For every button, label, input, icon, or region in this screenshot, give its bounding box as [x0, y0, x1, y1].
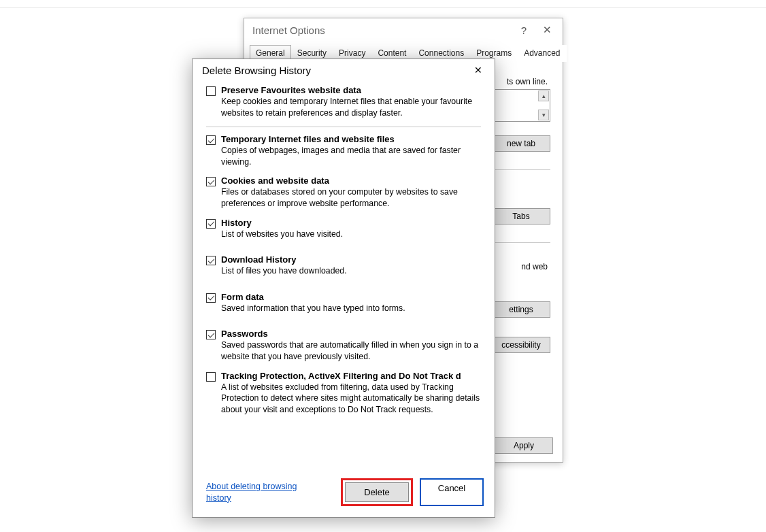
dbh-label: History: [221, 218, 343, 228]
divider: [206, 127, 481, 127]
io-tabs-button[interactable]: Tabs: [492, 208, 550, 225]
io-settings-button[interactable]: ettings: [492, 301, 550, 318]
scroll-down-icon[interactable]: ▾: [538, 110, 549, 120]
dbh-item-form-data: Form data Saved information that you hav…: [206, 292, 481, 314]
io-titlebar[interactable]: Internet Options ? ✕: [244, 18, 563, 41]
dbh-desc: Copies of webpages, images and media tha…: [221, 145, 481, 167]
io-bottom-buttons: Apply: [495, 437, 553, 454]
delete-button[interactable]: Delete: [345, 482, 409, 502]
checkbox-passwords[interactable]: [206, 330, 216, 339]
dbh-item-download-history: Download History List of files you have …: [206, 254, 481, 277]
dbh-label: Preserve Favourites website data: [221, 85, 481, 95]
dbh-title: Delete Browsing History: [202, 65, 467, 76]
close-icon[interactable]: ✕: [467, 61, 489, 80]
tab-advanced[interactable]: Advanced: [518, 45, 566, 62]
dbh-body: Preserve Favourites website data Keep co…: [193, 81, 495, 473]
page-divider: [0, 7, 766, 8]
dbh-item-temp-files: Temporary Internet files and website fil…: [206, 134, 481, 167]
dbh-titlebar[interactable]: Delete Browsing History ✕: [193, 59, 495, 81]
checkbox-history[interactable]: [206, 219, 216, 229]
about-deleting-link[interactable]: About deleting browsing history: [206, 481, 315, 504]
checkbox-tracking-protection[interactable]: [206, 372, 216, 382]
dbh-label: Form data: [221, 292, 405, 302]
io-accessibility-button[interactable]: ccessibility: [492, 337, 550, 353]
dbh-item-tracking-protection: Tracking Protection, ActiveX Filtering a…: [206, 371, 481, 416]
dbh-desc: Keep cookies and temporary Internet file…: [221, 96, 481, 118]
dbh-desc: Saved information that you have typed in…: [221, 303, 405, 314]
dbh-label: Download History: [221, 254, 347, 265]
dbh-desc: List of websites you have visited.: [221, 229, 343, 240]
dbh-label: Passwords: [221, 329, 481, 339]
checkbox-form-data[interactable]: [206, 293, 216, 303]
dbh-label: Temporary Internet files and website fil…: [221, 134, 481, 144]
help-icon[interactable]: ?: [512, 21, 535, 39]
checkbox-preserve-favourites[interactable]: [206, 86, 216, 96]
dbh-label: Tracking Protection, ActiveX Filtering a…: [221, 371, 481, 381]
io-title: Internet Options: [252, 24, 512, 36]
dbh-desc: A list of websites excluded from filteri…: [221, 382, 481, 416]
dbh-desc: Saved passwords that are automatically f…: [221, 339, 481, 362]
dbh-item-history: History List of websites you have visite…: [206, 218, 481, 240]
dbh-desc: Files or databases stored on your comput…: [221, 186, 481, 209]
delete-browsing-history-dialog: Delete Browsing History ✕ Preserve Favou…: [192, 59, 495, 518]
checkbox-cookies[interactable]: [206, 177, 216, 186]
checkbox-temp-files[interactable]: [206, 135, 216, 145]
dbh-label: Cookies and website data: [221, 176, 481, 186]
checkbox-download-history[interactable]: [206, 256, 216, 265]
dbh-footer: About deleting browsing history Delete C…: [193, 473, 495, 517]
dbh-item-cookies: Cookies and website data Files or databa…: [206, 176, 481, 209]
scroll-up-icon[interactable]: ▴: [538, 90, 549, 101]
cancel-button[interactable]: Cancel: [420, 478, 484, 506]
io-apply-button[interactable]: Apply: [495, 437, 553, 454]
delete-highlight: Delete: [341, 478, 413, 506]
io-newtab-button[interactable]: new tab: [492, 135, 550, 152]
dbh-item-preserve-favourites: Preserve Favourites website data Keep co…: [206, 85, 481, 118]
dbh-item-passwords: Passwords Saved passwords that are autom…: [206, 329, 481, 362]
dbh-desc: List of files you have downloaded.: [221, 265, 347, 277]
close-icon[interactable]: ✕: [535, 21, 559, 39]
